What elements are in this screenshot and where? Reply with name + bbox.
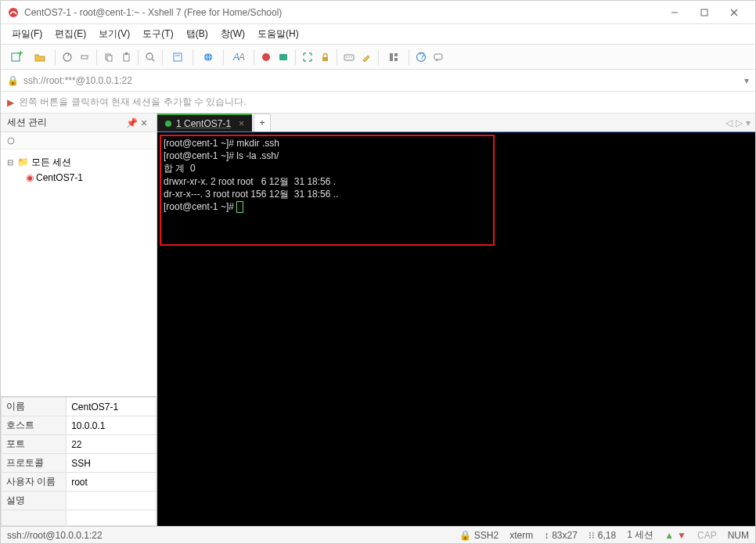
xftp-icon[interactable] — [275, 49, 291, 65]
paste-icon[interactable] — [118, 49, 134, 65]
separator — [96, 49, 97, 65]
status-term: xterm — [509, 530, 533, 541]
prop-val-user[interactable]: root — [67, 473, 157, 492]
copy-icon[interactable] — [101, 49, 117, 65]
font-icon[interactable]: AA — [228, 49, 250, 65]
status-sessions: 1 세션 — [627, 528, 653, 542]
chat-icon[interactable] — [430, 49, 446, 65]
close-window-button[interactable] — [719, 2, 749, 23]
main-area: 세션 관리 📌 × ⊟ 📁 모든 세션 ◉ CentOS7-1 이름CentOS… — [1, 113, 755, 526]
globe-icon[interactable] — [197, 49, 219, 65]
tree-root-label: 모든 세션 — [31, 156, 71, 169]
tab-prev-icon[interactable]: ◁ — [725, 117, 733, 128]
flag-icon: ▶ — [7, 97, 14, 108]
address-bar[interactable]: 🔒 ssh://root:***@10.0.0.1:22 ▾ — [1, 70, 755, 92]
svg-point-27 — [348, 56, 350, 58]
address-text: ssh://root:***@10.0.0.1:22 — [23, 75, 740, 86]
svg-text:+: + — [18, 51, 23, 59]
address-dropdown-icon[interactable]: ▾ — [744, 75, 749, 86]
svg-rect-15 — [174, 53, 182, 61]
status-cursor: ⁝⁝ 6,18 — [589, 530, 616, 541]
cursor-icon — [236, 201, 243, 213]
new-session-icon[interactable]: + — [5, 49, 27, 65]
separator — [295, 49, 296, 65]
terminal-content: [root@cent-1 ~]# mkdir .ssh [root@cent-1… — [157, 132, 755, 218]
tab-next-icon[interactable]: ▷ — [736, 117, 743, 128]
svg-point-26 — [346, 56, 347, 58]
hint-bar: ▶ 왼쪽 버튼을 클릭하여 현재 세션을 추가할 수 있습니다. — [1, 92, 755, 113]
svg-rect-23 — [279, 54, 287, 60]
svg-rect-2 — [701, 9, 707, 16]
menu-window[interactable]: 창(W) — [214, 25, 251, 43]
add-tab-button[interactable]: + — [254, 113, 271, 131]
menu-view[interactable]: 보기(V) — [92, 25, 136, 43]
menu-tools[interactable]: 도구(T) — [136, 25, 179, 43]
menu-edit[interactable]: 편집(E) — [49, 25, 92, 43]
prop-val-name[interactable]: CentOS7-1 — [67, 398, 157, 416]
terminal[interactable]: [root@cent-1 ~]# mkdir .ssh [root@cent-1… — [157, 132, 755, 526]
sessions-tree[interactable]: ⊟ 📁 모든 세션 ◉ CentOS7-1 — [1, 150, 157, 396]
prop-val-port[interactable]: 22 — [67, 435, 157, 454]
title-bar: CentOS7-1 - root@cent-1:~ - Xshell 7 (Fr… — [1, 1, 755, 24]
sessions-panel-header: 세션 관리 📌 × — [1, 113, 157, 132]
open-session-icon[interactable] — [29, 49, 51, 65]
svg-point-0 — [9, 8, 18, 17]
arrow-down-icon: ▼ — [677, 530, 686, 541]
search-icon[interactable] — [142, 49, 158, 65]
svg-point-22 — [262, 53, 270, 61]
tab-label: 1 CentOS7-1 — [176, 118, 231, 129]
menu-file[interactable]: 파일(F) — [5, 25, 49, 43]
properties-icon[interactable] — [167, 49, 189, 65]
prop-val-desc[interactable] — [67, 492, 157, 510]
prop-key-user: 사용자 이름 — [2, 473, 67, 492]
separator — [193, 49, 193, 65]
disconnect-icon[interactable] — [77, 49, 92, 65]
menu-tab[interactable]: 탭(B) — [180, 25, 214, 43]
close-panel-icon[interactable]: × — [138, 117, 150, 129]
tab-list-icon[interactable]: ▾ — [746, 117, 751, 128]
lock-icon: 🔒 — [459, 530, 471, 541]
layout-icon[interactable] — [383, 49, 405, 65]
prop-empty — [2, 510, 67, 526]
arrow-up-icon: ▲ — [664, 530, 674, 541]
pin-icon[interactable]: 📌 — [125, 117, 138, 128]
separator — [162, 49, 163, 65]
tree-root[interactable]: ⊟ 📁 모든 세션 — [4, 154, 153, 170]
sessions-refresh-icon[interactable] — [4, 134, 18, 148]
fullscreen-icon[interactable] — [300, 49, 315, 65]
prop-val-host[interactable]: 10.0.0.1 — [67, 416, 157, 435]
keyboard-icon[interactable] — [341, 49, 357, 65]
svg-point-35 — [8, 138, 14, 144]
status-num: NUM — [728, 530, 749, 541]
sessions-panel-title: 세션 관리 — [7, 116, 125, 129]
xshell-icon[interactable] — [258, 49, 274, 65]
status-size: ↕ 83x27 — [544, 530, 578, 541]
resize-icon: ↕ — [544, 530, 549, 541]
svg-point-28 — [351, 56, 352, 58]
menu-bar: 파일(F) 편집(E) 보기(V) 도구(T) 탭(B) 창(W) 도움말(H) — [1, 24, 755, 45]
tree-item-centos[interactable]: ◉ CentOS7-1 — [4, 170, 153, 186]
prop-key-proto: 프로토콜 — [2, 454, 67, 473]
separator — [55, 49, 56, 65]
session-icon: ◉ — [26, 172, 34, 183]
svg-rect-24 — [322, 57, 328, 61]
maximize-button[interactable] — [689, 2, 719, 23]
menu-help[interactable]: 도움말(H) — [251, 25, 305, 43]
prop-key-port: 포트 — [2, 435, 67, 454]
tree-item-label: CentOS7-1 — [36, 172, 83, 183]
separator — [378, 49, 379, 65]
tab-nav: ◁ ▷ ▾ — [721, 113, 755, 131]
reconnect-icon[interactable] — [59, 49, 75, 65]
properties-grid: 이름CentOS7-1 호스트10.0.0.1 포트22 프로토콜SSH 사용자… — [1, 396, 157, 526]
highlight-icon[interactable] — [358, 49, 374, 65]
status-cap: CAP — [697, 530, 717, 541]
prop-val-proto[interactable]: SSH — [67, 454, 157, 473]
collapse-icon[interactable]: ⊟ — [7, 158, 15, 167]
svg-rect-11 — [124, 54, 129, 61]
minimize-button[interactable] — [660, 2, 689, 23]
help-icon[interactable]: ? — [413, 49, 429, 65]
svg-text:A: A — [238, 52, 245, 63]
lock-icon[interactable] — [317, 49, 333, 65]
tab-centos[interactable]: 1 CentOS7-1 × — [157, 113, 252, 131]
tab-close-icon[interactable]: × — [239, 118, 244, 129]
